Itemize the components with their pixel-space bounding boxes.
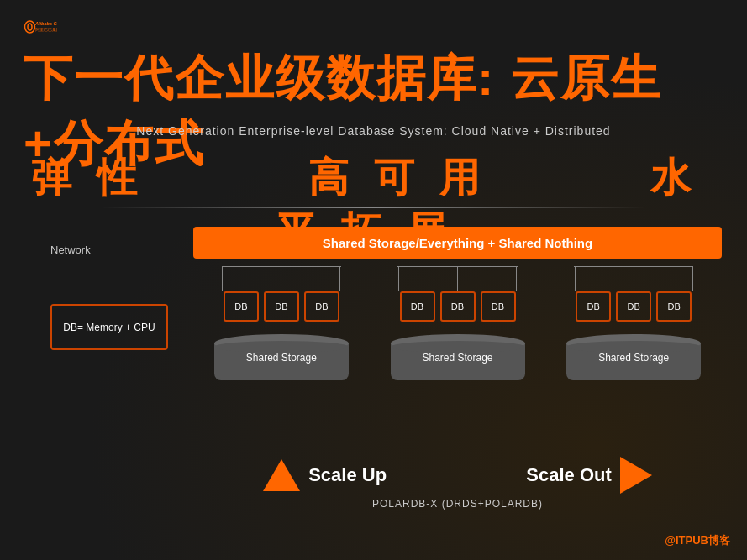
db-box-2c: DB	[481, 291, 516, 322]
tick-1c	[339, 266, 340, 291]
db-group-3: DB DB DB Shared Storage	[545, 266, 722, 380]
db-box-3c: DB	[656, 291, 692, 322]
arrow-up-icon	[263, 459, 300, 491]
db-box-3b: DB	[616, 291, 651, 322]
connector-2	[370, 266, 546, 291]
keyword-ha: 高可用	[308, 155, 505, 200]
connector-3	[545, 266, 722, 291]
scale-up-label: Scale Up	[308, 464, 387, 486]
scale-arrows-row: Scale Up Scale Out	[193, 457, 722, 494]
scale-out-item: Scale Out	[526, 457, 651, 494]
tick-2c	[516, 266, 517, 291]
storage-label-3: Shared Storage	[598, 352, 669, 364]
banner-text: Shared Storage/Everything + Shared Nothi…	[323, 236, 592, 250]
storage-cylinder-2: Shared Storage	[391, 334, 525, 380]
shared-storage-banner: Shared Storage/Everything + Shared Nothi…	[193, 227, 722, 259]
db-box-1b: DB	[264, 291, 299, 322]
logo-area: Alibaba Group 阿里巴巴集团	[24, 15, 57, 40]
storage-label-1: Shared Storage	[246, 352, 317, 364]
alibaba-logo-icon: Alibaba Group 阿里巴巴集团	[24, 15, 57, 39]
db-box-1c: DB	[304, 291, 339, 322]
storage-label-2: Shared Storage	[422, 352, 492, 364]
watermark: @ITPUB博客	[665, 533, 730, 548]
db-group-1: DB DB DB Shared Storage	[193, 266, 370, 380]
diagram-area: Network DB= Memory + CPU Shared Storage/…	[50, 220, 730, 510]
db-memory-label: DB= Memory + CPU	[63, 322, 155, 333]
subtitle: Next Generation Enterprise-level Databas…	[24, 124, 723, 138]
tick-3a	[575, 266, 576, 291]
svg-point-1	[28, 24, 32, 30]
scale-section: Scale Up Scale Out POLARDB-X (DRDS+POLAR…	[193, 457, 722, 510]
storage-cylinder-3: Shared Storage	[566, 334, 701, 380]
db-memory-box: DB= Memory + CPU	[50, 304, 168, 350]
tick-2a	[398, 266, 399, 291]
tick-3b	[634, 266, 634, 291]
network-label: Network	[50, 243, 91, 256]
db-boxes-row-1: DB DB DB	[224, 291, 339, 322]
tick-2b	[457, 266, 458, 291]
svg-text:阿里巴巴集团: 阿里巴巴集团	[35, 27, 57, 32]
tick-1a	[222, 266, 223, 291]
db-box-2a: DB	[400, 291, 435, 322]
scale-out-label: Scale Out	[526, 464, 611, 486]
db-boxes-row-2: DB DB DB	[400, 291, 516, 322]
svg-point-0	[25, 21, 35, 33]
db-box-2b: DB	[440, 291, 476, 322]
storage-cylinder-1: Shared Storage	[214, 334, 349, 380]
db-boxes-row-3: DB DB DB	[576, 291, 692, 322]
db-box-1a: DB	[224, 291, 259, 322]
db-groups-container: DB DB DB Shared Storage DB DB DB	[193, 266, 722, 380]
svg-text:Alibaba Group: Alibaba Group	[34, 21, 57, 26]
tick-3c	[692, 266, 693, 291]
arrow-right-icon	[620, 457, 652, 494]
divider-line	[101, 207, 646, 208]
tick-1b	[281, 266, 281, 291]
db-box-3a: DB	[576, 291, 611, 322]
connector-1	[193, 266, 370, 291]
keyword-elasticity: 弹性	[31, 155, 162, 200]
scale-up-item: Scale Up	[263, 459, 387, 491]
db-group-2: DB DB DB Shared Storage	[370, 266, 546, 380]
polardb-label: POLARDB-X (DRDS+POLARDB)	[372, 498, 543, 510]
